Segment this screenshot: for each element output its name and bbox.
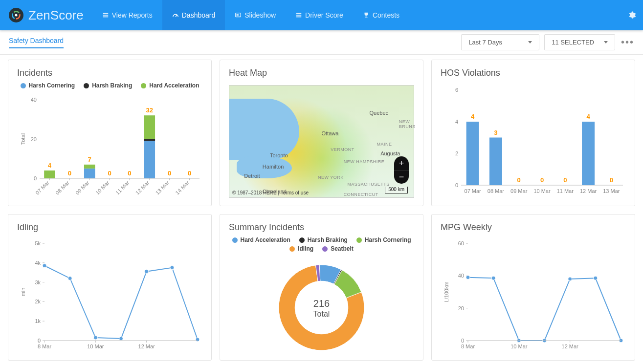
nav-driver-score[interactable]: Driver Score	[286, 0, 353, 30]
nav-view-reports[interactable]: View Reports	[92, 0, 162, 30]
svg-text:10 Mar: 10 Mar	[510, 343, 528, 349]
svg-text:32: 32	[146, 107, 153, 114]
list-icon	[295, 12, 302, 19]
svg-text:0: 0	[68, 170, 71, 177]
legend-item[interactable]: Hard Acceleration	[141, 82, 199, 89]
chart-summary: 216Total	[229, 255, 414, 354]
tab-safety-dashboard[interactable]: Safety Dashboard	[9, 37, 64, 48]
svg-point-93	[196, 338, 200, 342]
svg-text:0: 0	[461, 338, 464, 343]
selected-count-label: 11 SELECTED	[552, 39, 594, 46]
nav-dashboard[interactable]: Dashboard	[162, 0, 225, 30]
svg-text:40: 40	[31, 97, 37, 103]
map-attribution: © 1987–2018 HERE | Terms of use	[232, 190, 309, 195]
slides-icon	[235, 12, 242, 19]
card-summary: Summary Incidents Hard AccelerationHarsh…	[220, 214, 423, 361]
svg-rect-18	[44, 171, 55, 178]
svg-text:7: 7	[88, 156, 91, 163]
legend-item[interactable]: Seatbelt	[322, 245, 354, 252]
svg-text:12 Mar: 12 Mar	[134, 180, 151, 196]
card-title: Summary Incidents	[229, 222, 414, 233]
chart-mpg: 0204060L/100km8 Mar10 Mar12 Mar	[441, 236, 626, 354]
nav-label: Dashboard	[182, 11, 216, 19]
svg-text:0: 0	[610, 176, 613, 184]
svg-text:10 Mar: 10 Mar	[533, 188, 551, 194]
nav-contests[interactable]: Contests	[353, 0, 409, 30]
svg-text:2: 2	[455, 150, 458, 156]
svg-rect-56	[489, 138, 502, 186]
svg-rect-68	[582, 122, 595, 185]
svg-point-92	[170, 266, 174, 270]
nav-label: Contests	[373, 11, 399, 19]
svg-text:8 Mar: 8 Mar	[38, 343, 51, 349]
card-title: Incidents	[17, 68, 202, 78]
svg-text:min: min	[20, 288, 26, 297]
nav-slideshow[interactable]: Slideshow	[225, 0, 286, 30]
svg-text:09 Mar: 09 Mar	[74, 180, 90, 196]
svg-text:0: 0	[168, 170, 171, 177]
card-incidents: Incidents Harsh CorneringHarsh BrakingHa…	[8, 60, 212, 206]
svg-text:0: 0	[517, 176, 521, 184]
settings-gear-icon[interactable]	[627, 0, 636, 30]
legend-item[interactable]: Harsh Braking	[299, 236, 348, 243]
map-water	[237, 156, 292, 178]
svg-text:4k: 4k	[35, 260, 41, 266]
more-menu-icon[interactable]: •••	[621, 37, 634, 48]
svg-text:0: 0	[108, 170, 111, 177]
svg-point-117	[594, 276, 598, 280]
svg-rect-4	[103, 13, 108, 14]
svg-point-91	[145, 270, 149, 274]
svg-rect-6	[103, 17, 108, 18]
svg-rect-9	[237, 14, 239, 16]
svg-text:1k: 1k	[35, 318, 41, 324]
svg-text:0: 0	[455, 182, 458, 188]
svg-text:20: 20	[31, 136, 37, 142]
legend-summary: Hard AccelerationHarsh BrakingHarsh Corn…	[229, 236, 414, 252]
map-water	[229, 99, 299, 160]
selected-count-select[interactable]: 11 SELECTED	[544, 34, 615, 50]
svg-text:Total: Total	[20, 133, 26, 145]
brand[interactable]: ZenScore	[0, 0, 92, 30]
svg-point-112	[466, 276, 470, 279]
svg-text:07 Mar: 07 Mar	[34, 180, 50, 196]
date-range-select[interactable]: Last 7 Days	[461, 34, 539, 50]
nav-label: Slideshow	[244, 11, 276, 19]
svg-text:11 Mar: 11 Mar	[114, 180, 131, 196]
svg-point-116	[568, 277, 572, 281]
svg-text:13 Mar: 13 Mar	[603, 188, 620, 194]
card-hos: HOS Violations 0246407 Mar308 Mar009 Mar…	[431, 60, 635, 206]
card-title: MPG Weekly	[441, 222, 626, 233]
legend-item[interactable]: Harsh Braking	[84, 82, 132, 89]
svg-rect-53	[466, 122, 479, 185]
chevron-down-icon	[604, 41, 608, 43]
svg-rect-12	[296, 17, 302, 18]
svg-text:8 Mar: 8 Mar	[461, 343, 475, 349]
svg-text:4: 4	[586, 113, 590, 120]
card-title: Heat Map	[229, 68, 414, 78]
svg-text:0: 0	[34, 175, 37, 181]
brand-logo-icon	[9, 8, 23, 22]
nav-label: Driver Score	[305, 11, 343, 19]
card-mpg: MPG Weekly 0204060L/100km8 Mar10 Mar12 M…	[431, 214, 635, 361]
svg-text:L/100km: L/100km	[443, 281, 449, 302]
legend-item[interactable]: Idling	[289, 245, 313, 252]
svg-text:08 Mar: 08 Mar	[54, 180, 70, 196]
brand-name: ZenScore	[28, 8, 84, 23]
card-idling: Idling 01k2k3k4k5kmin8 Mar10 Mar12 Mar	[8, 214, 212, 361]
zoom-in-button[interactable]: +	[394, 156, 409, 170]
date-range-label: Last 7 Days	[468, 39, 502, 46]
legend-item[interactable]: Harsh Cornering	[356, 236, 411, 243]
svg-text:4: 4	[455, 119, 458, 125]
svg-text:0: 0	[128, 170, 131, 177]
legend-item[interactable]: Harsh Cornering	[21, 82, 75, 89]
svg-text:2k: 2k	[35, 299, 41, 304]
map-zoom-controls: + −	[394, 156, 409, 184]
svg-text:4: 4	[48, 162, 52, 169]
svg-text:13 Mar: 13 Mar	[154, 180, 170, 196]
svg-point-88	[68, 277, 72, 280]
svg-text:3: 3	[494, 129, 497, 136]
legend-item[interactable]: Hard Acceleration	[232, 236, 290, 243]
heatmap-map[interactable]: TorontoHamiltonDetroitClevelandOttawaQue…	[229, 85, 414, 198]
svg-text:12 Mar: 12 Mar	[138, 343, 155, 349]
trophy-icon	[363, 12, 370, 19]
